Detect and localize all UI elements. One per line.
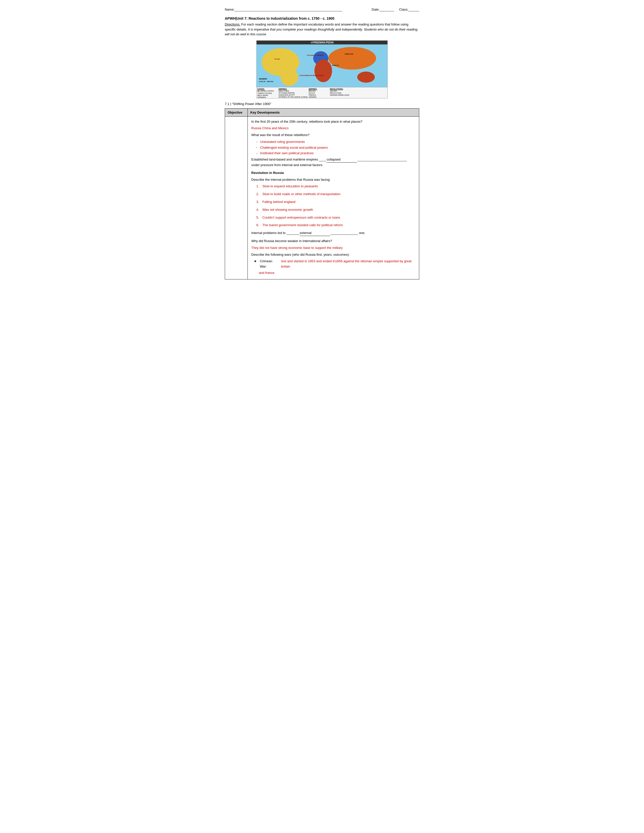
list-item: 6.The tsarist government resisted calls …: [256, 223, 415, 228]
svg-point-6: [357, 71, 375, 82]
revolution-header: Revolution in Russia: [251, 170, 415, 176]
star-icon: ★: [254, 259, 258, 264]
list-item: 1.Slow to expand education to peasants: [256, 184, 415, 189]
main-table: Objective Key Developments In the first …: [225, 108, 419, 280]
svg-text:LATIN AMERICAN REVOLUTIONS: LATIN AMERICAN REVOLUTIONS: [299, 74, 324, 76]
blank1: collapsed: [327, 157, 357, 162]
map-container: ☆FREEMAN-PEDIA TO USA: [225, 40, 419, 98]
list-item: 4.Was not showing economic growth: [256, 207, 415, 212]
a1-text: Russia China and Mexico: [251, 126, 415, 131]
map-image: ☆FREEMAN-PEDIA TO USA: [256, 40, 388, 98]
date-label: Date:________: [372, 8, 394, 11]
class-label: Class:______: [399, 8, 420, 11]
war-answer: lost and started in 1853 and ended in185…: [281, 259, 415, 269]
continuation-text: and france: [251, 270, 415, 276]
svg-text:(1750 CE - 1900 CE): (1750 CE - 1900 CE): [259, 81, 273, 82]
directions-label: Directions:: [225, 23, 240, 26]
svg-text:MODERN: MODERN: [259, 78, 267, 80]
date-class-field: Date:________ Class:______: [372, 8, 419, 11]
map-title: ☆FREEMAN-PEDIA: [257, 41, 387, 44]
list-item: 3.Falling behind england: [256, 199, 415, 205]
header: Name:___________________________________…: [225, 8, 419, 11]
table-row: In the first 20 years of the 20th centur…: [225, 116, 419, 279]
svg-text:CHINA+USA: CHINA+USA: [345, 53, 354, 55]
svg-point-2: [280, 68, 298, 86]
svg-point-4: [314, 60, 332, 82]
svg-text:ITALIANS TO AMERICA: ITALIANS TO AMERICA: [307, 54, 324, 56]
list-item: 5.Couldn’t support entropenours with con…: [256, 215, 415, 220]
list-item: Uneseated ruling governments: [256, 139, 415, 145]
col-objective: Objective: [225, 108, 248, 116]
page-title: APWH|Unit 7: Reactions to Industrializat…: [225, 16, 419, 21]
q1-text: In the first 20 years of the 20th centur…: [251, 119, 415, 124]
list-item: Instituted their own political practices: [256, 151, 415, 156]
sentence2: Internal problems led to _______external…: [251, 230, 415, 236]
blank2: external: [300, 230, 330, 236]
sentence1-pre: Established land-based and maritime empi…: [251, 158, 326, 161]
a4-text: They did not have strong economic base t…: [251, 245, 415, 251]
directions: Directions: For each reading section def…: [225, 22, 419, 37]
section-label: 7.1 | “Shifting Power After 1900”: [225, 102, 419, 106]
map-svg: TO USA ITALIANS TO AMERICA PUSH TO LATIN…: [257, 44, 387, 87]
sentence2-pre: Internal problems led to _______: [251, 231, 299, 235]
map-body: TO USA ITALIANS TO AMERICA PUSH TO LATIN…: [257, 44, 387, 87]
list-item: 2.Slow to build roads or other methods o…: [256, 191, 415, 197]
q3-text: Describe the internal problems that Russ…: [251, 177, 415, 182]
war-item: ★ Crimean War: lost and started in 1853 …: [254, 259, 415, 269]
sentence2-post: _______________ one.: [331, 231, 365, 235]
bullet-list: Uneseated ruling governments Challenged …: [251, 139, 415, 156]
directions-italic: It is imperative that you complete your …: [225, 27, 417, 36]
wars-list: ★ Crimean War: lost and started in 1853 …: [251, 259, 415, 269]
name-label: Name:: [225, 8, 234, 11]
sentence1: Established land-based and maritime empi…: [251, 157, 415, 168]
col-key-developments: Key Developments: [248, 108, 419, 116]
map-legend: STATES: 🇺🇸 UNITED STATES TSARIST RUSSIA …: [257, 87, 387, 98]
content-cell: In the first 20 years of the 20th centur…: [248, 116, 419, 279]
list-item: Challenged existing social and political…: [256, 145, 415, 150]
q4-text: Why did Russia become weaker in internat…: [251, 238, 415, 244]
svg-text:TO USA: TO USA: [274, 58, 280, 60]
numbered-list: 1.Slow to expand education to peasants 2…: [251, 184, 415, 228]
war-label: Crimean War:: [260, 259, 279, 269]
name-blank: ________________________________________…: [234, 8, 342, 11]
q2-text: What was the result of these rebellions?: [251, 132, 415, 138]
svg-text:PUSH TO: PUSH TO: [332, 64, 339, 66]
name-field: Name:___________________________________…: [225, 8, 372, 11]
q5-text: Describe the following wars (who did Rus…: [251, 252, 415, 257]
objective-cell: [225, 116, 248, 279]
svg-point-5: [328, 47, 376, 69]
